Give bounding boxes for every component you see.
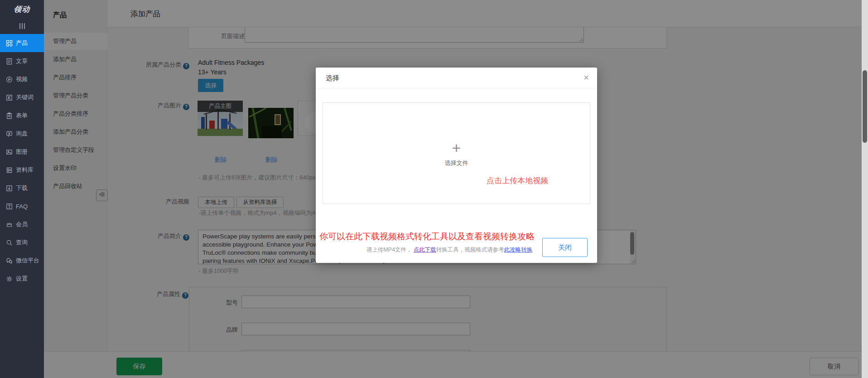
choose-file-label[interactable]: 选择文件 [323, 159, 590, 167]
sidebar-item-videos[interactable]: 视频 [0, 70, 44, 88]
converter-tip-line: 请上传MP4文件， 点此下载转换工具，视频格式请参考此攻略转换 [350, 246, 549, 254]
upload-hint-text: 点击上传本地视频 [487, 175, 548, 186]
wechat-icon [6, 257, 13, 264]
plus-icon[interactable]: + [323, 140, 590, 155]
dialog-close-button[interactable]: 关闭 [542, 238, 588, 257]
sidebar-collapse-icon[interactable] [0, 20, 44, 32]
sidebar-item-faq[interactable]: FAQ [0, 197, 44, 215]
sidebar-item-members[interactable]: 会员 [0, 215, 44, 233]
sidebar-item-label: 询盘 [16, 130, 28, 138]
sidebar-item-label: 图册 [16, 148, 28, 156]
sidebar-item-products[interactable]: 产品 [0, 34, 44, 52]
sidebar-item-label: 表单 [16, 111, 28, 120]
video-icon [6, 76, 13, 83]
sidebar-item-wechat[interactable]: 微信平台 [0, 252, 44, 270]
faq-icon [6, 203, 13, 210]
article-icon [6, 58, 13, 65]
grid-icon [6, 40, 13, 47]
video-select-dialog: 选择 × + 选择文件 点击上传本地视频 你可以在此下载视频格式转化工具以及查看… [316, 68, 597, 263]
sidebar-item-label: 视频 [16, 75, 28, 83]
main-sidebar: 领动 产品 文章 视频 关键词 表单 询盘 图册 [0, 0, 44, 378]
library-icon [6, 167, 13, 174]
gear-icon [6, 276, 13, 282]
brand-logo: 领动 [0, 0, 45, 18]
sidebar-item-keywords[interactable]: 关键词 [0, 88, 44, 107]
keyword-icon [6, 94, 13, 101]
download-tool-link[interactable]: 点此下载 [414, 247, 436, 253]
sidebar-item-articles[interactable]: 文章 [0, 52, 44, 70]
page-scrollbar[interactable] [862, 0, 868, 378]
tip-pre: 请上传MP4文件， [366, 247, 414, 253]
album-icon [6, 149, 13, 155]
sidebar-item-label: 下载 [16, 184, 28, 192]
sidebar-item-search[interactable]: 查询 [0, 233, 44, 252]
converter-tip-heading: 你可以在此下载视频格式转化工具以及查看视频转换攻略 [319, 231, 573, 242]
download-icon [6, 185, 13, 192]
sidebar-item-settings[interactable]: 设置 [0, 270, 44, 288]
sidebar-item-downloads[interactable]: 下载 [0, 179, 44, 197]
sidebar-item-label: 查询 [16, 238, 28, 247]
close-icon[interactable]: × [583, 73, 589, 82]
sidebar-item-label: 微信平台 [16, 257, 39, 265]
dialog-title: 选择 [326, 74, 339, 82]
video-upload-dropzone[interactable]: + 选择文件 点击上传本地视频 [323, 102, 590, 204]
sidebar-item-label: 会员 [16, 220, 28, 228]
sidebar-item-label: 关键词 [16, 93, 34, 102]
member-icon [6, 221, 13, 228]
sidebar-item-inquiries[interactable]: 询盘 [0, 125, 44, 143]
form-icon [6, 112, 13, 119]
sidebar-item-forms[interactable]: 表单 [0, 107, 44, 125]
inquiry-icon [6, 131, 13, 137]
search-icon [6, 239, 13, 246]
sidebar-item-albums[interactable]: 图册 [0, 143, 44, 161]
sidebar-item-label: 产品 [16, 39, 28, 47]
tip-mid: 转换工具，视频格式请参考 [436, 247, 504, 253]
dialog-header: 选择 × [316, 68, 597, 88]
sidebar-item-label: 设置 [16, 275, 28, 283]
sidebar-item-label: FAQ [16, 203, 28, 210]
app-root: 产品 管理产品 添加产品 产品排序 管理产品分类 产品分类排序 添加产品分类 管… [0, 0, 868, 378]
convert-guide-link[interactable]: 此攻略转换 [504, 247, 533, 253]
sidebar-item-label: 资料库 [16, 166, 34, 174]
page-scrollbar-thumb[interactable] [863, 70, 867, 143]
sidebar-item-library[interactable]: 资料库 [0, 161, 44, 179]
sidebar-item-label: 文章 [16, 57, 28, 65]
